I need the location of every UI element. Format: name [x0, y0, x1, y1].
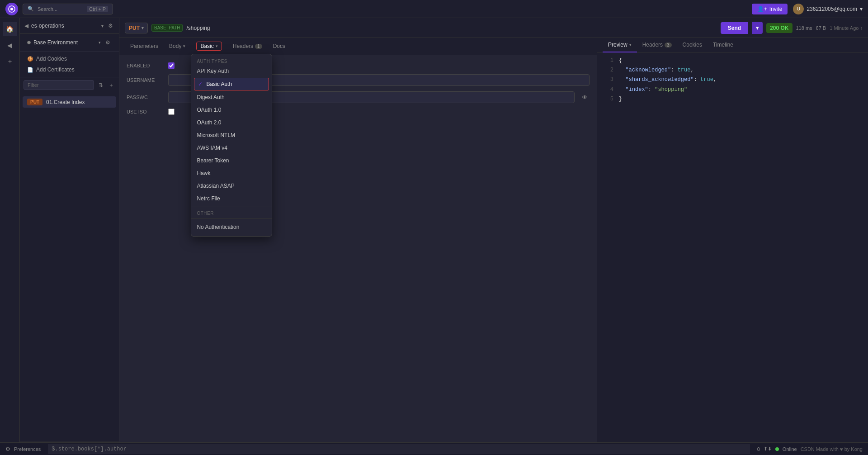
request-bar: PUT ▾ BASE_PATH Send ▾ 200 OK 118 ms 67 …	[119, 18, 868, 38]
code-line-4: 4 "index" : "shopping"	[597, 85, 868, 95]
user-email: 236212005@qq.com	[807, 6, 857, 12]
tab-docs[interactable]: Docs	[268, 39, 291, 54]
show-password-button[interactable]: 👁	[580, 93, 590, 102]
request-list: PUT 01.Create Index	[20, 93, 119, 441]
other-section-label: OTHER	[191, 209, 272, 217]
app-logo	[5, 3, 18, 15]
code-line-1: 1 {	[597, 56, 868, 66]
tab-headers[interactable]: Headers 1	[227, 39, 268, 54]
tab-preview[interactable]: Preview ▾	[603, 38, 637, 52]
tab-body[interactable]: Body ▾	[164, 39, 191, 54]
search-placeholder: Search...	[38, 6, 57, 12]
dropdown-item-digest[interactable]: Digest Auth	[191, 91, 272, 104]
code-line-3: 3 "shards_acknowledged" : true ,	[597, 75, 868, 85]
dropdown-item-basic[interactable]: ✓ Basic Auth	[194, 78, 269, 90]
dropdown-item-hawk[interactable]: Hawk	[191, 167, 272, 180]
auth-type-dropdown: AUTH TYPES API Key Auth ✓ Basic Auth Dig…	[191, 54, 272, 237]
invite-icon: 👤+	[757, 6, 767, 12]
search-icon: 🔍	[28, 6, 34, 12]
panel-dropdown-arrow: ▾	[101, 24, 104, 28]
method-dropdown-arrow: ▾	[142, 26, 144, 30]
result-count: 0	[757, 446, 760, 452]
panel-header-icons: ⚙	[106, 22, 114, 30]
panel-title: es-operations	[31, 23, 99, 29]
preferences-icon: ⚙	[5, 446, 10, 452]
request-panel: Parameters Body ▾ Basic ▾ AUTH TYPES	[119, 38, 597, 455]
env-dot	[27, 41, 31, 44]
top-bar: 🔍 Search... Ctrl + P 👤+ Invite U 2362120…	[0, 0, 868, 18]
enabled-checkbox[interactable]	[168, 62, 175, 69]
filter-bar: ⇅ ＋	[20, 77, 119, 93]
code-line-2: 2 "acknowledged" : true ,	[597, 66, 868, 75]
dropdown-item-netrc[interactable]: Netrc File	[191, 192, 272, 205]
tab-parameters[interactable]: Parameters	[125, 39, 164, 54]
dropdown-item-atlassian[interactable]: Atlassian ASAP	[191, 180, 272, 192]
method-select[interactable]: PUT ▾	[125, 23, 148, 33]
dropdown-item-api-key[interactable]: API Key Auth	[191, 65, 272, 77]
dropdown-divider	[191, 207, 272, 207]
preferences-label[interactable]: Preferences	[14, 446, 41, 452]
url-input[interactable]	[186, 25, 717, 31]
add-btn[interactable]: ＋	[3, 54, 17, 69]
response-size: 67 B	[816, 25, 826, 31]
dropdown-item-no-auth[interactable]: No Authentication	[191, 221, 272, 233]
use-iso-label: USE ISO	[127, 109, 163, 114]
sidebar-actions: 🍪 Add Cookies 📄 Add Certificates	[20, 52, 119, 77]
check-icon: ✓	[198, 81, 203, 87]
footer-text: CSDN Made with ♥ by Kong	[801, 446, 863, 452]
dropdown-item-oauth2[interactable]: OAuth 2.0	[191, 116, 272, 129]
request-tabs-bar: Parameters Body ▾ Basic ▾ AUTH TYPES	[119, 38, 597, 55]
query-input[interactable]	[48, 444, 750, 454]
request-name: 01.Create Index	[46, 99, 85, 105]
bottom-bar: ⚙ Preferences 0 ⬆⬇ Online CSDN Made with…	[0, 442, 868, 455]
dropdown-item-ntlm[interactable]: Microsoft NTLM	[191, 129, 272, 142]
dropdown-item-aws[interactable]: AWS IAM v4	[191, 142, 272, 154]
left-panel-header: ◀ es-operations ▾ ⚙	[20, 18, 119, 34]
env-settings-icon[interactable]: ⚙	[104, 38, 112, 47]
user-dropdown-arrow: ▾	[860, 6, 863, 12]
base-path-badge: BASE_PATH	[151, 24, 183, 32]
tab-cookies[interactable]: Cookies	[677, 38, 708, 52]
status-badge: 200 OK	[766, 23, 792, 33]
add-certificates-item[interactable]: 📄 Add Certificates	[24, 64, 114, 75]
invite-button[interactable]: 👤+ Invite	[752, 4, 788, 14]
dropdown-item-bearer[interactable]: Bearer Token	[191, 154, 272, 167]
response-tabs-bar: Preview ▾ Headers 3 Cookies Timeline	[597, 38, 868, 52]
dropdown-item-oauth1[interactable]: OAuth 1.0	[191, 104, 272, 116]
user-info[interactable]: U 236212005@qq.com ▾	[793, 4, 863, 14]
settings-icon[interactable]: ⚙	[106, 22, 114, 30]
use-iso-checkbox[interactable]	[168, 109, 175, 115]
username-label: USERNAME	[127, 77, 163, 83]
request-item[interactable]: PUT 01.Create Index	[23, 96, 116, 108]
response-time: 118 ms	[796, 25, 812, 31]
search-bar[interactable]: 🔍 Search... Ctrl + P	[23, 4, 113, 14]
send-dropdown-button[interactable]: ▾	[752, 22, 763, 34]
add-certificates-label: Add Certificates	[36, 66, 75, 73]
basic-dropdown-arrow: ▾	[216, 44, 218, 48]
main-layout: 🏠 ◀ ＋ ◀ es-operations ▾ ⚙ Base Environme…	[0, 18, 868, 455]
certificate-icon: 📄	[27, 67, 33, 73]
sidebar-toggle-btn[interactable]: ◀	[3, 38, 17, 52]
tab-response-headers[interactable]: Headers 3	[637, 38, 677, 52]
tab-basic[interactable]: Basic ▾ AUTH TYPES API Key Auth ✓ Basic	[191, 38, 227, 55]
back-arrow[interactable]: ◀	[24, 23, 28, 29]
tab-timeline[interactable]: Timeline	[708, 38, 739, 52]
password-label: PASSWC	[127, 95, 163, 100]
filter-sort-icon[interactable]: ⇅	[97, 80, 105, 90]
home-icon-btn[interactable]: 🏠	[3, 22, 17, 36]
env-row[interactable]: Base Environment ▾ ⚙	[24, 37, 114, 48]
send-button[interactable]: Send	[721, 22, 748, 34]
add-cookies-item[interactable]: 🍪 Add Cookies	[24, 53, 114, 64]
dropdown-divider-2	[191, 218, 272, 219]
online-status: Online	[783, 446, 797, 452]
filter-add-icon[interactable]: ＋	[108, 80, 116, 90]
left-panel: ◀ es-operations ▾ ⚙ Base Environment ▾ ⚙…	[20, 18, 119, 455]
filter-input[interactable]	[24, 80, 94, 90]
preview-dropdown-arrow: ▾	[629, 43, 632, 47]
enabled-label: ENABLED	[127, 63, 163, 68]
body-dropdown-arrow: ▾	[183, 44, 185, 48]
env-section: Base Environment ▾ ⚙	[20, 34, 119, 52]
search-shortcut: Ctrl + P	[87, 6, 108, 12]
headers-badge: 1	[255, 44, 262, 49]
result-nav-icon: ⬆⬇	[764, 446, 772, 452]
